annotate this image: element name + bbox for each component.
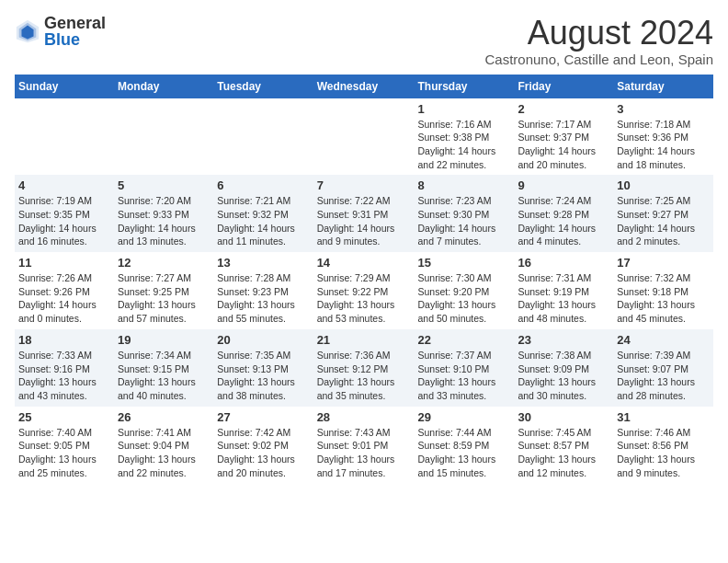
day-info: Sunrise: 7:17 AM Sunset: 9:37 PM Dayligh… [518, 118, 609, 172]
day-number: 25 [18, 410, 110, 424]
day-info: Sunrise: 7:45 AM Sunset: 8:57 PM Dayligh… [518, 426, 609, 480]
calendar-cell: 15Sunrise: 7:30 AM Sunset: 9:20 PM Dayli… [415, 252, 515, 329]
logo-text: General Blue [44, 15, 106, 48]
day-info: Sunrise: 7:34 AM Sunset: 9:15 PM Dayligh… [118, 349, 210, 403]
calendar-cell: 1Sunrise: 7:16 AM Sunset: 9:38 PM Daylig… [415, 98, 515, 176]
day-number: 26 [118, 410, 210, 424]
calendar-week-row: 4Sunrise: 7:19 AM Sunset: 9:35 PM Daylig… [15, 175, 713, 252]
day-info: Sunrise: 7:40 AM Sunset: 9:05 PM Dayligh… [18, 426, 110, 480]
day-info: Sunrise: 7:19 AM Sunset: 9:35 PM Dayligh… [18, 194, 110, 248]
day-number: 1 [418, 102, 511, 116]
day-info: Sunrise: 7:35 AM Sunset: 9:13 PM Dayligh… [217, 349, 309, 403]
calendar-cell: 8Sunrise: 7:23 AM Sunset: 9:30 PM Daylig… [415, 175, 515, 252]
day-number: 29 [418, 410, 511, 424]
day-number: 24 [617, 333, 710, 347]
day-number: 14 [317, 256, 411, 270]
calendar-cell: 12Sunrise: 7:27 AM Sunset: 9:25 PM Dayli… [114, 252, 213, 329]
calendar-cell [15, 98, 114, 176]
calendar-cell: 18Sunrise: 7:33 AM Sunset: 9:16 PM Dayli… [15, 329, 114, 407]
day-info: Sunrise: 7:29 AM Sunset: 9:22 PM Dayligh… [317, 271, 411, 326]
day-info: Sunrise: 7:42 AM Sunset: 9:02 PM Dayligh… [217, 426, 309, 480]
day-info: Sunrise: 7:43 AM Sunset: 9:01 PM Dayligh… [317, 426, 411, 480]
day-number: 21 [317, 333, 411, 347]
day-info: Sunrise: 7:46 AM Sunset: 8:56 PM Dayligh… [617, 426, 710, 480]
calendar-body: 1Sunrise: 7:16 AM Sunset: 9:38 PM Daylig… [15, 98, 713, 484]
calendar-cell: 26Sunrise: 7:41 AM Sunset: 9:04 PM Dayli… [114, 407, 213, 484]
day-info: Sunrise: 7:25 AM Sunset: 9:27 PM Dayligh… [617, 194, 710, 248]
day-info: Sunrise: 7:28 AM Sunset: 9:23 PM Dayligh… [217, 271, 309, 326]
day-number: 3 [617, 102, 710, 116]
calendar-cell: 6Sunrise: 7:21 AM Sunset: 9:32 PM Daylig… [213, 175, 313, 252]
calendar-cell: 31Sunrise: 7:46 AM Sunset: 8:56 PM Dayli… [613, 407, 713, 484]
day-number: 15 [418, 256, 511, 270]
calendar-cell: 5Sunrise: 7:20 AM Sunset: 9:33 PM Daylig… [114, 175, 213, 252]
calendar-week-row: 18Sunrise: 7:33 AM Sunset: 9:16 PM Dayli… [15, 329, 713, 407]
day-info: Sunrise: 7:20 AM Sunset: 9:33 PM Dayligh… [118, 194, 210, 248]
logo-general: General [44, 15, 106, 31]
day-info: Sunrise: 7:21 AM Sunset: 9:32 PM Dayligh… [217, 194, 309, 248]
day-number: 13 [217, 256, 309, 270]
weekday-header: Thursday [415, 75, 515, 98]
day-number: 2 [518, 102, 609, 116]
day-number: 4 [18, 178, 110, 192]
weekday-header-row: SundayMondayTuesdayWednesdayThursdayFrid… [15, 75, 713, 98]
day-info: Sunrise: 7:23 AM Sunset: 9:30 PM Dayligh… [418, 194, 511, 248]
day-info: Sunrise: 7:27 AM Sunset: 9:25 PM Dayligh… [118, 271, 210, 326]
main-title: August 2024 [485, 15, 714, 52]
calendar-cell: 14Sunrise: 7:29 AM Sunset: 9:22 PM Dayli… [313, 252, 415, 329]
day-info: Sunrise: 7:18 AM Sunset: 9:36 PM Dayligh… [617, 118, 710, 172]
weekday-header: Tuesday [213, 75, 313, 98]
calendar-cell: 25Sunrise: 7:40 AM Sunset: 9:05 PM Dayli… [15, 407, 114, 484]
day-number: 5 [118, 178, 210, 192]
calendar-cell: 23Sunrise: 7:38 AM Sunset: 9:09 PM Dayli… [514, 329, 613, 407]
day-info: Sunrise: 7:22 AM Sunset: 9:31 PM Dayligh… [317, 194, 411, 248]
calendar-cell: 7Sunrise: 7:22 AM Sunset: 9:31 PM Daylig… [313, 175, 415, 252]
day-number: 16 [518, 256, 609, 270]
weekday-header: Friday [514, 75, 613, 98]
day-number: 10 [617, 178, 710, 192]
calendar-cell: 9Sunrise: 7:24 AM Sunset: 9:28 PM Daylig… [514, 175, 613, 252]
calendar-week-row: 1Sunrise: 7:16 AM Sunset: 9:38 PM Daylig… [15, 98, 713, 176]
weekday-header: Monday [114, 75, 213, 98]
calendar-cell: 28Sunrise: 7:43 AM Sunset: 9:01 PM Dayli… [313, 407, 415, 484]
calendar-cell: 19Sunrise: 7:34 AM Sunset: 9:15 PM Dayli… [114, 329, 213, 407]
calendar-cell: 24Sunrise: 7:39 AM Sunset: 9:07 PM Dayli… [613, 329, 713, 407]
title-block: August 2024 Castronuno, Castille and Leo… [485, 15, 714, 67]
weekday-header: Sunday [15, 75, 114, 98]
calendar-cell: 16Sunrise: 7:31 AM Sunset: 9:19 PM Dayli… [514, 252, 613, 329]
day-info: Sunrise: 7:26 AM Sunset: 9:26 PM Dayligh… [18, 271, 110, 326]
day-info: Sunrise: 7:24 AM Sunset: 9:28 PM Dayligh… [518, 194, 609, 248]
day-number: 6 [217, 178, 309, 192]
day-info: Sunrise: 7:44 AM Sunset: 8:59 PM Dayligh… [418, 426, 511, 480]
day-number: 22 [418, 333, 511, 347]
calendar-cell [313, 98, 415, 176]
day-number: 17 [617, 256, 710, 270]
calendar-table: SundayMondayTuesdayWednesdayThursdayFrid… [15, 75, 713, 484]
day-info: Sunrise: 7:33 AM Sunset: 9:16 PM Dayligh… [18, 349, 110, 403]
calendar-cell: 20Sunrise: 7:35 AM Sunset: 9:13 PM Dayli… [213, 329, 313, 407]
day-number: 28 [317, 410, 411, 424]
day-info: Sunrise: 7:32 AM Sunset: 9:18 PM Dayligh… [617, 271, 710, 326]
weekday-header: Saturday [613, 75, 713, 98]
day-number: 18 [18, 333, 110, 347]
calendar-cell: 27Sunrise: 7:42 AM Sunset: 9:02 PM Dayli… [213, 407, 313, 484]
day-number: 31 [617, 410, 710, 424]
logo-icon [15, 18, 40, 44]
day-info: Sunrise: 7:37 AM Sunset: 9:10 PM Dayligh… [418, 349, 511, 403]
calendar-week-row: 25Sunrise: 7:40 AM Sunset: 9:05 PM Dayli… [15, 407, 713, 484]
day-number: 11 [18, 256, 110, 270]
day-info: Sunrise: 7:38 AM Sunset: 9:09 PM Dayligh… [518, 349, 609, 403]
day-number: 12 [118, 256, 210, 270]
day-number: 23 [518, 333, 609, 347]
calendar-week-row: 11Sunrise: 7:26 AM Sunset: 9:26 PM Dayli… [15, 252, 713, 329]
day-number: 9 [518, 178, 609, 192]
day-info: Sunrise: 7:31 AM Sunset: 9:19 PM Dayligh… [518, 271, 609, 326]
page-header: General Blue August 2024 Castronuno, Cas… [15, 15, 713, 67]
logo: General Blue [15, 15, 106, 48]
calendar-cell: 17Sunrise: 7:32 AM Sunset: 9:18 PM Dayli… [613, 252, 713, 329]
day-info: Sunrise: 7:41 AM Sunset: 9:04 PM Dayligh… [118, 426, 210, 480]
day-number: 30 [518, 410, 609, 424]
day-info: Sunrise: 7:36 AM Sunset: 9:12 PM Dayligh… [317, 349, 411, 403]
day-number: 8 [418, 178, 511, 192]
weekday-header: Wednesday [313, 75, 415, 98]
